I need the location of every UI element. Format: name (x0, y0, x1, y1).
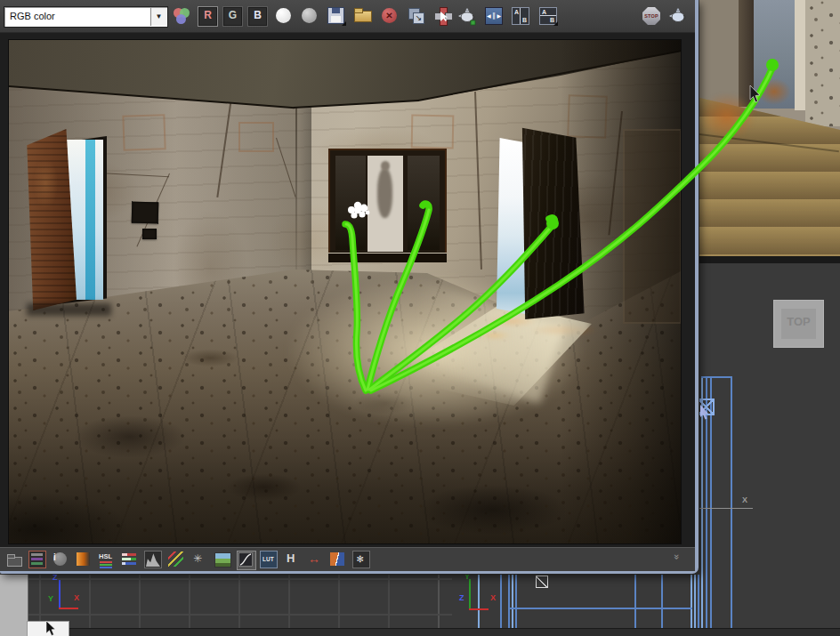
preview-door-frame (795, 0, 805, 110)
wall-recess-box (132, 201, 159, 223)
vertex-marker-white (536, 576, 548, 588)
wireframe-line (500, 575, 502, 628)
ab-horizontal-compare-icon[interactable]: A B (538, 6, 558, 26)
rgb-channels-icon[interactable] (172, 6, 191, 26)
h-label: H (287, 551, 295, 565)
blue-channel-button[interactable]: B (247, 6, 268, 27)
history-folder-icon[interactable] (5, 551, 23, 568)
flyout-corner (342, 21, 346, 26)
grid-area (28, 575, 452, 628)
preview-door-panel (754, 0, 795, 109)
vfb-toolbar: RGB color ▼ R G B (0, 0, 695, 33)
preview-door-rust (757, 78, 791, 105)
color-balance-icon[interactable] (121, 551, 139, 568)
preview-door-post (739, 0, 754, 107)
compare-horizontal-icon[interactable]: ◀ ∥ ▶ (484, 6, 504, 26)
hist-bar (31, 562, 43, 565)
display-correction-icon[interactable]: H (283, 551, 301, 568)
open-image-icon[interactable] (353, 6, 373, 26)
monochrome-icon[interactable] (300, 6, 319, 26)
flyout-corner (553, 21, 558, 26)
diagonal-stripes (168, 551, 183, 567)
grid-line (388, 575, 390, 628)
wireframe-line (508, 575, 510, 628)
collapse-chevrons-icon[interactable]: » (672, 554, 682, 560)
render-history-icon[interactable] (28, 551, 46, 568)
channel-select-dropdown[interactable]: RGB color ▼ (4, 6, 168, 28)
white-balance-icon[interactable]: ✳ (190, 551, 208, 568)
window-right-shutter (408, 156, 440, 250)
hsl-icon[interactable]: HSL (98, 551, 116, 568)
stop-render-icon[interactable]: STOP (642, 6, 661, 26)
chevron-down-icon[interactable]: ▼ (150, 8, 166, 26)
ab-divider (520, 8, 521, 24)
compare-bg: ◀ ∥ ▶ (485, 7, 503, 25)
clear-image-icon[interactable]: ✕ (380, 6, 400, 26)
render-last-icon[interactable] (457, 6, 477, 26)
grid-line (139, 575, 141, 628)
window-sill (328, 253, 447, 262)
axis-line-x (699, 508, 753, 509)
desktop: X TOP Z Y X (0, 0, 840, 636)
wireframe-line (731, 376, 732, 628)
background-image-icon[interactable] (214, 551, 231, 568)
preview-floor-rust (699, 93, 755, 140)
levels-histogram-icon[interactable] (144, 551, 162, 568)
ab-divider (540, 15, 556, 16)
hsl-bar (100, 567, 112, 568)
render-icon[interactable] (668, 6, 688, 26)
lut-icon[interactable]: LUT (260, 551, 278, 568)
alpha-channel-icon[interactable] (274, 6, 294, 26)
axis-line-z (59, 580, 61, 608)
axis-label-x: X (490, 593, 496, 602)
vfb-canvas[interactable] (0, 33, 695, 547)
blue-circle (176, 14, 186, 24)
curve-glyph (238, 551, 254, 568)
exposure-gradient (77, 552, 90, 566)
info-icon[interactable]: i (52, 551, 69, 568)
wireframe-line (698, 575, 699, 628)
gray-circle (302, 8, 317, 23)
magnifier-icon[interactable]: ✻ (352, 551, 370, 568)
star-glyph: ✻ (357, 554, 364, 564)
pixel-aspect-icon[interactable]: ↔ (306, 551, 324, 568)
stop-sign: STOP (642, 7, 660, 25)
icon-frame: ✻ (352, 551, 370, 568)
grid-line (28, 578, 452, 580)
wireframe-line (701, 376, 732, 378)
arrow-right-glyph: ▶ (497, 12, 501, 19)
preview-bottom-edge (699, 256, 840, 263)
window-figure-head (381, 161, 390, 171)
ab-vertical-compare-icon[interactable]: A B (511, 6, 530, 26)
grid-line (189, 575, 190, 628)
background-render-preview (699, 0, 840, 263)
preview-wall-right (805, 0, 840, 126)
white-circle (276, 8, 291, 23)
hist-bar (31, 553, 43, 556)
wall-corner (295, 108, 297, 272)
curves-color-icon[interactable] (167, 551, 185, 568)
viewcube-top-button[interactable]: TOP (773, 300, 824, 348)
exposure-icon[interactable] (75, 551, 93, 568)
red-channel-button[interactable]: R (198, 6, 218, 27)
duplicate-buffer-icon[interactable]: ↘ (407, 6, 426, 26)
axis-label-x: X (74, 593, 79, 602)
info-glyph: i (53, 552, 67, 566)
wireframe-line (478, 575, 480, 628)
curve-editor-icon-selected[interactable] (237, 551, 256, 570)
save-image-icon[interactable] (327, 6, 346, 26)
wireframe-line (661, 575, 663, 628)
timeline-bar[interactable] (28, 628, 840, 636)
wall-mark-rect (411, 115, 455, 149)
spline-vertex-marker (699, 399, 715, 415)
left-panel-fragment (0, 575, 28, 636)
preview-wall-left (699, 0, 740, 109)
viewport-bottom-strip[interactable]: Z Y X Y Z X (0, 575, 699, 628)
track-mouse-icon[interactable] (433, 6, 453, 26)
ab-box: A B (512, 7, 529, 25)
green-channel-button[interactable]: G (222, 6, 243, 27)
arrow-left-glyph: ◀ (487, 12, 491, 19)
level-bar (122, 553, 136, 556)
image-compare-icon[interactable] (329, 551, 347, 568)
level-bar (122, 562, 136, 565)
